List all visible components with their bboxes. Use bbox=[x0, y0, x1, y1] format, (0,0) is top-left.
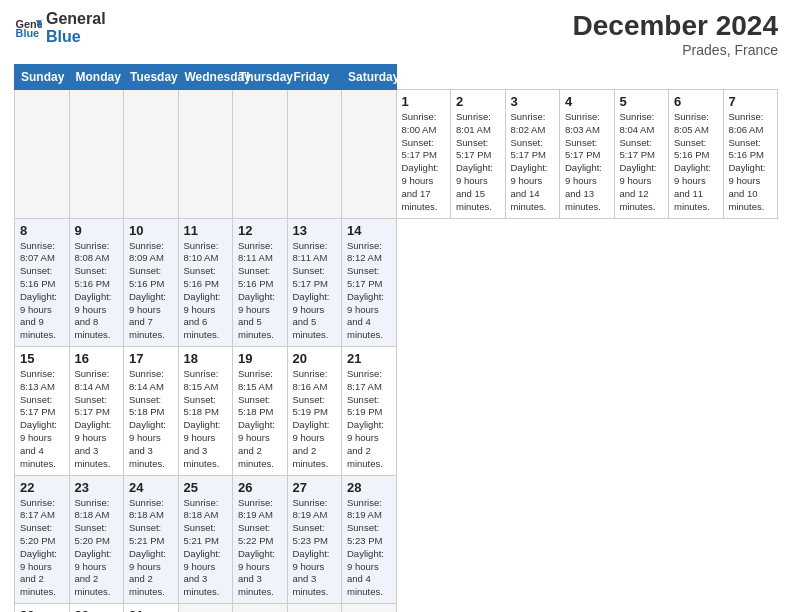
day-cell: 12Sunrise: 8:11 AMSunset: 5:16 PMDayligh… bbox=[233, 218, 288, 347]
day-info: Sunrise: 8:18 AMSunset: 5:21 PMDaylight:… bbox=[184, 497, 228, 600]
day-header-monday: Monday bbox=[69, 65, 124, 90]
calendar-week-row: 29Sunrise: 8:19 AMSunset: 5:24 PMDayligh… bbox=[15, 604, 778, 613]
day-number: 11 bbox=[184, 223, 228, 238]
day-cell: 22Sunrise: 8:17 AMSunset: 5:20 PMDayligh… bbox=[15, 475, 70, 604]
day-number: 2 bbox=[456, 94, 500, 109]
day-cell: 2Sunrise: 8:01 AMSunset: 5:17 PMDaylight… bbox=[451, 90, 506, 219]
day-info: Sunrise: 8:12 AMSunset: 5:17 PMDaylight:… bbox=[347, 240, 391, 343]
empty-cell bbox=[342, 90, 397, 219]
day-cell: 6Sunrise: 8:05 AMSunset: 5:16 PMDaylight… bbox=[669, 90, 724, 219]
day-number: 25 bbox=[184, 480, 228, 495]
calendar: SundayMondayTuesdayWednesdayThursdayFrid… bbox=[14, 64, 778, 612]
calendar-week-row: 15Sunrise: 8:13 AMSunset: 5:17 PMDayligh… bbox=[15, 347, 778, 476]
day-info: Sunrise: 8:06 AMSunset: 5:16 PMDaylight:… bbox=[729, 111, 773, 214]
day-info: Sunrise: 8:03 AMSunset: 5:17 PMDaylight:… bbox=[565, 111, 609, 214]
day-info: Sunrise: 8:16 AMSunset: 5:19 PMDaylight:… bbox=[293, 368, 337, 471]
day-info: Sunrise: 8:14 AMSunset: 5:18 PMDaylight:… bbox=[129, 368, 173, 471]
day-number: 19 bbox=[238, 351, 282, 366]
day-cell: 17Sunrise: 8:14 AMSunset: 5:18 PMDayligh… bbox=[124, 347, 179, 476]
location: Prades, France bbox=[573, 42, 778, 58]
day-number: 4 bbox=[565, 94, 609, 109]
day-info: Sunrise: 8:19 AMSunset: 5:22 PMDaylight:… bbox=[238, 497, 282, 600]
day-number: 1 bbox=[402, 94, 446, 109]
day-number: 21 bbox=[347, 351, 391, 366]
day-info: Sunrise: 8:18 AMSunset: 5:21 PMDaylight:… bbox=[129, 497, 173, 600]
empty-cell bbox=[287, 90, 342, 219]
day-cell: 23Sunrise: 8:18 AMSunset: 5:20 PMDayligh… bbox=[69, 475, 124, 604]
day-number: 17 bbox=[129, 351, 173, 366]
day-number: 24 bbox=[129, 480, 173, 495]
day-number: 12 bbox=[238, 223, 282, 238]
day-info: Sunrise: 8:07 AMSunset: 5:16 PMDaylight:… bbox=[20, 240, 64, 343]
day-info: Sunrise: 8:19 AMSunset: 5:23 PMDaylight:… bbox=[347, 497, 391, 600]
day-info: Sunrise: 8:01 AMSunset: 5:17 PMDaylight:… bbox=[456, 111, 500, 214]
month-year: December 2024 bbox=[573, 10, 778, 42]
day-header-thursday: Thursday bbox=[233, 65, 288, 90]
day-info: Sunrise: 8:09 AMSunset: 5:16 PMDaylight:… bbox=[129, 240, 173, 343]
day-number: 18 bbox=[184, 351, 228, 366]
day-number: 28 bbox=[347, 480, 391, 495]
day-info: Sunrise: 8:00 AMSunset: 5:17 PMDaylight:… bbox=[402, 111, 446, 214]
empty-cell bbox=[233, 90, 288, 219]
title-block: December 2024 Prades, France bbox=[573, 10, 778, 58]
empty-cell bbox=[342, 604, 397, 613]
page: General Blue General Blue December 2024 … bbox=[0, 0, 792, 612]
calendar-week-row: 8Sunrise: 8:07 AMSunset: 5:16 PMDaylight… bbox=[15, 218, 778, 347]
day-info: Sunrise: 8:11 AMSunset: 5:17 PMDaylight:… bbox=[293, 240, 337, 343]
svg-text:Blue: Blue bbox=[16, 27, 40, 39]
day-cell: 9Sunrise: 8:08 AMSunset: 5:16 PMDaylight… bbox=[69, 218, 124, 347]
day-cell: 19Sunrise: 8:15 AMSunset: 5:18 PMDayligh… bbox=[233, 347, 288, 476]
day-number: 29 bbox=[20, 608, 64, 612]
day-info: Sunrise: 8:17 AMSunset: 5:20 PMDaylight:… bbox=[20, 497, 64, 600]
day-number: 6 bbox=[674, 94, 718, 109]
day-cell: 28Sunrise: 8:19 AMSunset: 5:23 PMDayligh… bbox=[342, 475, 397, 604]
day-info: Sunrise: 8:05 AMSunset: 5:16 PMDaylight:… bbox=[674, 111, 718, 214]
day-info: Sunrise: 8:15 AMSunset: 5:18 PMDaylight:… bbox=[184, 368, 228, 471]
day-number: 31 bbox=[129, 608, 173, 612]
day-number: 3 bbox=[511, 94, 555, 109]
day-info: Sunrise: 8:15 AMSunset: 5:18 PMDaylight:… bbox=[238, 368, 282, 471]
day-number: 16 bbox=[75, 351, 119, 366]
day-cell: 11Sunrise: 8:10 AMSunset: 5:16 PMDayligh… bbox=[178, 218, 233, 347]
logo-icon: General Blue bbox=[14, 14, 42, 42]
logo-general: General bbox=[46, 10, 106, 28]
day-number: 15 bbox=[20, 351, 64, 366]
day-number: 5 bbox=[620, 94, 664, 109]
day-info: Sunrise: 8:10 AMSunset: 5:16 PMDaylight:… bbox=[184, 240, 228, 343]
day-cell: 1Sunrise: 8:00 AMSunset: 5:17 PMDaylight… bbox=[396, 90, 451, 219]
day-info: Sunrise: 8:18 AMSunset: 5:20 PMDaylight:… bbox=[75, 497, 119, 600]
calendar-week-row: 22Sunrise: 8:17 AMSunset: 5:20 PMDayligh… bbox=[15, 475, 778, 604]
day-cell: 25Sunrise: 8:18 AMSunset: 5:21 PMDayligh… bbox=[178, 475, 233, 604]
day-cell: 30Sunrise: 8:20 AMSunset: 5:25 PMDayligh… bbox=[69, 604, 124, 613]
day-cell: 18Sunrise: 8:15 AMSunset: 5:18 PMDayligh… bbox=[178, 347, 233, 476]
empty-cell bbox=[124, 90, 179, 219]
day-cell: 26Sunrise: 8:19 AMSunset: 5:22 PMDayligh… bbox=[233, 475, 288, 604]
day-cell: 16Sunrise: 8:14 AMSunset: 5:17 PMDayligh… bbox=[69, 347, 124, 476]
day-info: Sunrise: 8:08 AMSunset: 5:16 PMDaylight:… bbox=[75, 240, 119, 343]
day-cell: 5Sunrise: 8:04 AMSunset: 5:17 PMDaylight… bbox=[614, 90, 669, 219]
day-info: Sunrise: 8:14 AMSunset: 5:17 PMDaylight:… bbox=[75, 368, 119, 471]
day-info: Sunrise: 8:13 AMSunset: 5:17 PMDaylight:… bbox=[20, 368, 64, 471]
day-number: 7 bbox=[729, 94, 773, 109]
empty-cell bbox=[233, 604, 288, 613]
day-cell: 7Sunrise: 8:06 AMSunset: 5:16 PMDaylight… bbox=[723, 90, 778, 219]
day-info: Sunrise: 8:11 AMSunset: 5:16 PMDaylight:… bbox=[238, 240, 282, 343]
day-cell: 14Sunrise: 8:12 AMSunset: 5:17 PMDayligh… bbox=[342, 218, 397, 347]
logo: General Blue General Blue bbox=[14, 10, 106, 45]
day-header-tuesday: Tuesday bbox=[124, 65, 179, 90]
day-number: 27 bbox=[293, 480, 337, 495]
day-cell: 24Sunrise: 8:18 AMSunset: 5:21 PMDayligh… bbox=[124, 475, 179, 604]
calendar-week-row: 1Sunrise: 8:00 AMSunset: 5:17 PMDaylight… bbox=[15, 90, 778, 219]
day-cell: 10Sunrise: 8:09 AMSunset: 5:16 PMDayligh… bbox=[124, 218, 179, 347]
day-cell: 4Sunrise: 8:03 AMSunset: 5:17 PMDaylight… bbox=[560, 90, 615, 219]
day-info: Sunrise: 8:19 AMSunset: 5:23 PMDaylight:… bbox=[293, 497, 337, 600]
day-header-saturday: Saturday bbox=[342, 65, 397, 90]
empty-cell bbox=[287, 604, 342, 613]
logo-blue: Blue bbox=[46, 28, 106, 46]
day-cell: 8Sunrise: 8:07 AMSunset: 5:16 PMDaylight… bbox=[15, 218, 70, 347]
day-number: 13 bbox=[293, 223, 337, 238]
calendar-header-row: SundayMondayTuesdayWednesdayThursdayFrid… bbox=[15, 65, 778, 90]
day-cell: 29Sunrise: 8:19 AMSunset: 5:24 PMDayligh… bbox=[15, 604, 70, 613]
empty-cell bbox=[15, 90, 70, 219]
empty-cell bbox=[178, 90, 233, 219]
